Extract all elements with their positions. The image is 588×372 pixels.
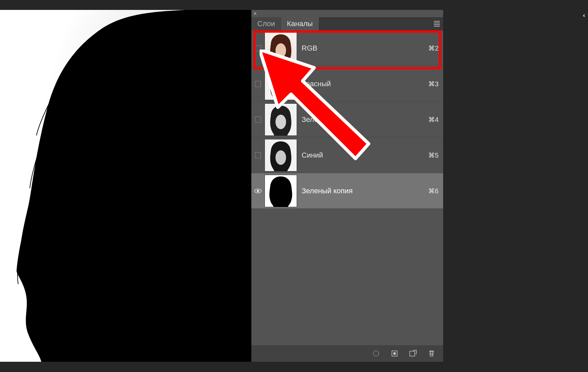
channel-name: Зеленый [302,115,428,124]
visibility-toggle[interactable] [253,45,263,51]
channel-thumbnail [265,103,297,136]
svg-rect-9 [410,351,415,356]
load-selection-icon[interactable] [372,349,380,358]
panel-menu-icon[interactable] [434,21,440,27]
svg-point-6 [373,351,379,356]
channel-row-green[interactable]: Зеленый ⌘4 [251,102,443,137]
tab-label: Каналы [287,19,313,28]
channel-thumbnail [265,139,297,171]
channel-row-rgb[interactable]: RGB ⌘2 [251,30,443,66]
channels-panel: × Слои Каналы RGB ⌘2 Красный [251,10,443,362]
visibility-toggle[interactable] [253,189,263,193]
new-channel-icon[interactable] [409,349,417,358]
channel-shortcut: ⌘6 [428,187,439,195]
visibility-toggle[interactable] [253,152,263,158]
channel-thumbnail [265,68,297,100]
channel-thumbnail [265,32,297,64]
tab-channels[interactable]: Каналы [281,17,319,30]
channel-list: RGB ⌘2 Красный ⌘3 Зеленый ⌘4 [251,30,443,345]
panel-footer [251,345,443,362]
svg-point-0 [275,43,286,58]
close-icon[interactable]: × [253,11,257,17]
panel-tabs: Слои Каналы [251,17,443,30]
svg-point-2 [275,115,286,129]
visibility-toggle[interactable] [253,117,263,123]
svg-point-8 [393,352,396,355]
silhouette-image [0,10,251,362]
channel-shortcut: ⌘3 [428,80,439,88]
collapse-panel-icon[interactable]: ‹‹ [583,12,584,19]
channel-name: Синий [302,151,428,160]
channel-row-red[interactable]: Красный ⌘3 [251,66,443,102]
visibility-toggle[interactable] [253,81,263,87]
tab-label: Слои [257,19,275,28]
tab-layers[interactable]: Слои [251,17,281,30]
channel-row-green-copy[interactable]: Зеленый копия ⌘6 [251,173,443,209]
svg-point-5 [257,190,259,192]
channel-name: Зеленый копия [302,187,428,195]
channel-name: RGB [302,44,428,53]
svg-point-1 [275,79,286,93]
channel-shortcut: ⌘4 [428,116,439,124]
svg-point-3 [275,150,286,165]
channel-thumbnail [265,175,297,207]
delete-icon[interactable] [427,349,436,358]
channel-name: Красный [302,80,428,88]
channel-shortcut: ⌘2 [428,44,439,52]
channel-row-blue[interactable]: Синий ⌘5 [251,137,443,173]
document-canvas[interactable] [0,10,251,362]
save-selection-icon[interactable] [390,349,399,358]
eye-icon [254,189,262,193]
channel-shortcut: ⌘5 [428,151,439,159]
